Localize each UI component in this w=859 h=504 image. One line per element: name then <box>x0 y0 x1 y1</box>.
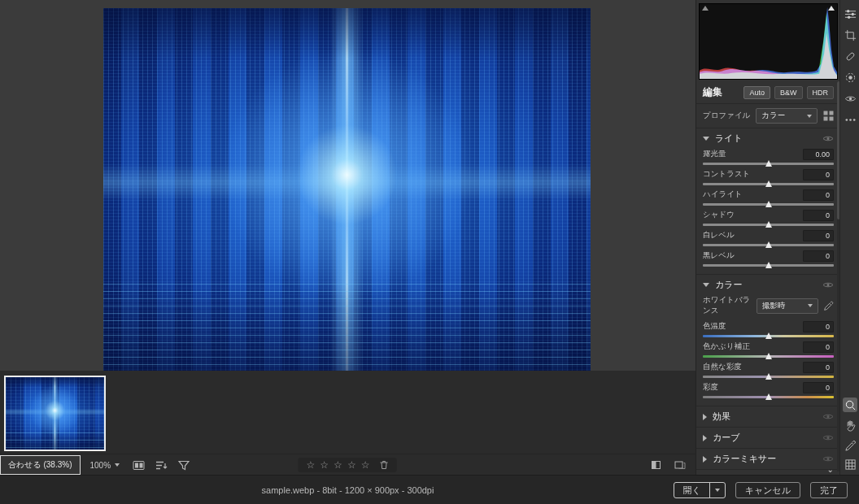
slider-track[interactable] <box>703 224 834 226</box>
profile-select[interactable]: カラー <box>756 108 818 124</box>
zoom-tool-icon[interactable] <box>843 398 857 412</box>
histogram[interactable] <box>699 3 838 80</box>
slider-value-input[interactable]: 0 <box>803 382 834 393</box>
auto-button[interactable]: Auto <box>743 86 770 99</box>
profile-value: カラー <box>761 111 785 121</box>
heal-tool-icon[interactable] <box>843 49 857 63</box>
zoom-level-select[interactable]: 100% <box>90 461 120 470</box>
status-bar: sample.webp - 8bit - 1200 × 900px - 300d… <box>0 475 859 504</box>
photo-preview[interactable] <box>103 8 591 371</box>
slider-value-input[interactable]: 0 <box>803 230 834 241</box>
section-effects[interactable]: 効果 <box>696 406 840 428</box>
slider-value-input[interactable]: 0.00 <box>803 149 834 160</box>
star-icon[interactable]: ☆ <box>347 460 356 470</box>
slider-track[interactable] <box>703 163 834 165</box>
slider-label: 彩度 <box>703 382 718 393</box>
more-settings-icon[interactable] <box>843 112 857 127</box>
slider-handle[interactable] <box>765 201 772 207</box>
profile-browser-icon[interactable] <box>823 111 834 121</box>
white-balance-row: ホワイトバランス 撮影時 <box>696 294 840 320</box>
grid-overlay-icon[interactable] <box>843 457 857 471</box>
slider-handle[interactable] <box>765 180 772 187</box>
slider-track[interactable] <box>703 376 834 378</box>
star-icon[interactable]: ☆ <box>334 460 342 470</box>
fit-zoom-tab[interactable]: 合わせる (38.3%) <box>0 455 81 475</box>
section-label: 効果 <box>713 411 817 423</box>
section-color-grading[interactable]: カラーグレーディング <box>696 470 840 475</box>
color-section-title: カラー <box>715 279 817 291</box>
slider-track[interactable] <box>703 244 834 246</box>
star-icon[interactable]: ☆ <box>361 460 370 470</box>
preview-pages-icon[interactable] <box>674 460 686 470</box>
cancel-button[interactable]: キャンセル <box>735 482 800 498</box>
image-canvas[interactable] <box>0 0 695 371</box>
slider-handle[interactable] <box>765 262 772 268</box>
slider-handle[interactable] <box>765 241 772 248</box>
light-section-header[interactable]: ライト <box>696 128 840 148</box>
white-balance-select[interactable]: 撮影時 <box>757 298 818 314</box>
eye-icon[interactable] <box>822 455 834 463</box>
slider-handle[interactable] <box>765 373 772 380</box>
section-color-mixer[interactable]: カラーミキサー <box>696 449 840 470</box>
chevron-down-icon <box>807 115 812 118</box>
open-options-arrow[interactable] <box>710 483 725 497</box>
section-curve[interactable]: カーブ <box>696 428 840 449</box>
chevron-open-icon <box>703 283 709 287</box>
slider-track[interactable] <box>703 396 834 398</box>
filter-icon[interactable] <box>178 460 190 471</box>
done-button[interactable]: 完了 <box>810 482 848 498</box>
slider-value-input[interactable]: 0 <box>803 341 834 353</box>
star-icon[interactable]: ☆ <box>320 460 329 470</box>
highlight-clipping-icon[interactable] <box>828 6 835 11</box>
slider-handle[interactable] <box>765 353 772 359</box>
sort-order-icon[interactable] <box>155 460 168 471</box>
trash-icon[interactable] <box>379 460 388 470</box>
slider-track[interactable] <box>703 335 834 337</box>
redeye-tool-icon[interactable] <box>843 91 857 106</box>
slider-label: コントラスト <box>703 169 750 180</box>
slider-value-input[interactable]: 0 <box>803 250 834 262</box>
eye-icon[interactable] <box>822 135 834 142</box>
edit-title: 編集 <box>703 85 739 99</box>
eye-icon[interactable] <box>822 281 834 289</box>
slider-value-input[interactable]: 0 <box>803 210 834 221</box>
slider-track[interactable] <box>703 183 834 185</box>
hand-tool-icon[interactable] <box>843 418 857 432</box>
filmstrip-view-icon[interactable] <box>133 460 145 471</box>
star-icon[interactable]: ☆ <box>307 460 316 470</box>
masking-tool-icon[interactable] <box>843 70 857 85</box>
slider-tint: 色かぶり補正0 <box>696 341 840 361</box>
slider-handle[interactable] <box>765 332 772 339</box>
thumbnail-image <box>6 377 104 450</box>
slider-track[interactable] <box>703 264 834 267</box>
before-after-icon[interactable] <box>651 460 661 470</box>
scroll-down-icon[interactable]: ⌄ <box>827 465 834 474</box>
light-section-title: ライト <box>715 133 817 145</box>
bw-button[interactable]: B&W <box>774 86 803 99</box>
slider-handle[interactable] <box>765 160 772 167</box>
slider-value-input[interactable]: 0 <box>803 189 834 201</box>
sampler-tool-icon[interactable] <box>843 438 857 453</box>
crop-tool-icon[interactable] <box>843 28 857 42</box>
slider-value-input[interactable]: 0 <box>803 321 834 332</box>
open-button[interactable]: 開く <box>674 482 725 498</box>
eye-icon[interactable] <box>822 434 834 441</box>
color-section-header[interactable]: カラー <box>696 275 840 294</box>
eyedropper-icon[interactable] <box>823 301 834 311</box>
slider-track[interactable] <box>703 203 834 206</box>
open-button-label[interactable]: 開く <box>674 483 709 497</box>
light-section: ライト 露光量0.00 コントラスト0 ハイライト0 シャドウ0 <box>696 128 840 275</box>
slider-temperature: 色温度0 <box>696 320 840 341</box>
filmstrip-thumbnail-selected[interactable] <box>4 376 106 451</box>
slider-handle[interactable] <box>765 221 772 228</box>
slider-track[interactable] <box>703 355 834 358</box>
chevron-right-icon <box>703 435 707 441</box>
slider-value-input[interactable]: 0 <box>803 169 834 180</box>
eye-icon[interactable] <box>822 413 834 420</box>
slider-value-input[interactable]: 0 <box>803 362 834 373</box>
edit-tool-icon[interactable] <box>843 7 857 21</box>
shadow-clipping-icon[interactable] <box>702 6 709 11</box>
slider-handle[interactable] <box>765 393 772 400</box>
hdr-button[interactable]: HDR <box>807 86 835 99</box>
chevron-down-icon <box>715 489 720 492</box>
